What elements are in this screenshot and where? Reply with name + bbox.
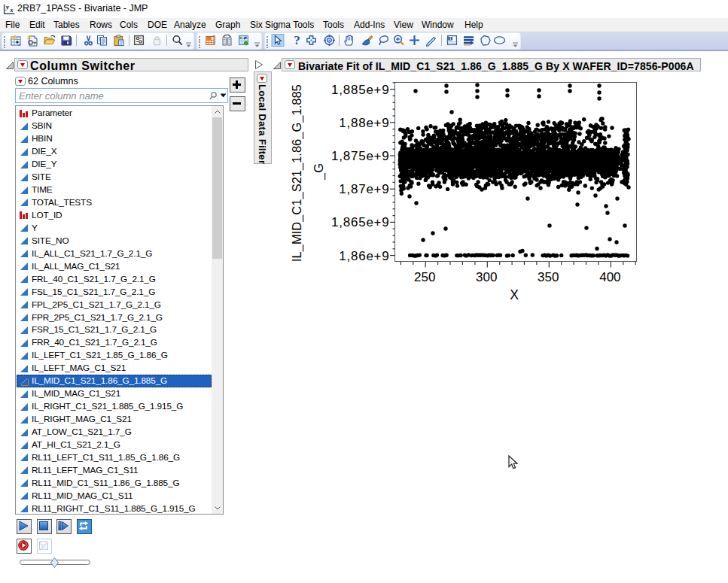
svg-text:X: X [510, 287, 519, 302]
svg-text:x: x [10, 7, 14, 14]
svg-text:?: ? [294, 33, 300, 47]
svg-text:_G: _G [312, 163, 326, 181]
svg-text:300: 300 [476, 270, 497, 284]
svg-text:1,86e+9: 1,86e+9 [339, 249, 389, 263]
svg-text:1,875e+9: 1,875e+9 [331, 149, 389, 163]
svg-text:1,88e+9: 1,88e+9 [339, 116, 389, 130]
svg-text:1,865e+9: 1,865e+9 [331, 215, 389, 229]
svg-text:350: 350 [538, 270, 559, 284]
svg-text:400: 400 [599, 270, 620, 284]
svg-text:1,885e+9: 1,885e+9 [331, 83, 389, 97]
svg-text:IL_MID_C1_S21_1.86_G_1.885: IL_MID_C1_S21_1.86_G_1.885 [290, 84, 304, 262]
svg-text:250: 250 [414, 270, 435, 284]
svg-text:y: y [5, 3, 10, 11]
svg-text:T: T [449, 35, 452, 41]
svg-text:1,87e+9: 1,87e+9 [339, 182, 389, 196]
